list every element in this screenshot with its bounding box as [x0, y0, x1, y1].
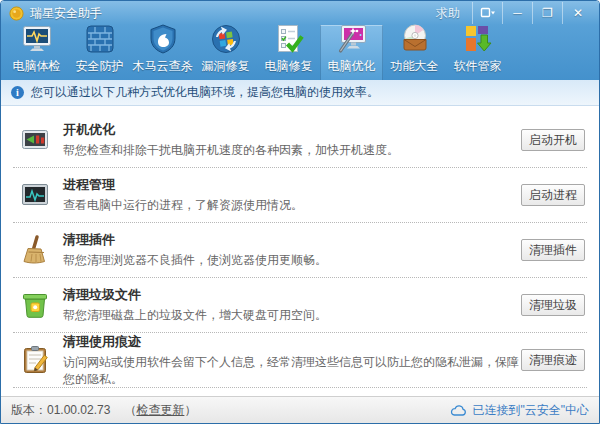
task-row-startup-optimize: 开机优化 帮您检查和排除干扰电脑开机速度的各种因素，加快开机速度。 启动开机: [13, 113, 587, 168]
computer-optimize-icon: [336, 23, 368, 55]
task-row-clean-junk-files: 清理垃圾文件 帮您清理磁盘上的垃圾文件，增大硬盘可用空间。 清理垃圾: [13, 278, 587, 333]
task-desc: 帮您清理磁盘上的垃圾文件，增大硬盘可用空间。: [63, 307, 327, 324]
task-desc: 帮您清理浏览器不良插件，使浏览器使用更顺畅。: [63, 252, 327, 269]
app-logo-icon: [9, 6, 24, 21]
clean-junk-button[interactable]: 清理垃圾: [521, 294, 585, 316]
close-button[interactable]: ✕: [563, 2, 593, 24]
info-text: 您可以通过以下几种方式优化电脑环境，提高您电脑的使用效率。: [31, 84, 379, 101]
maximize-button[interactable]: ❐: [533, 2, 563, 24]
tab-label: 电脑修复: [265, 58, 313, 75]
window-controls: ─ ❐ ✕: [472, 2, 593, 24]
task-row-process-manager: 进程管理 查看电脑中运行的进程，了解资源使用情况。 启动进程: [13, 168, 587, 223]
trash-bin-icon: [20, 290, 50, 320]
tab-label: 软件管家: [454, 58, 502, 75]
version-label: 版本：01.00.02.73: [11, 402, 110, 419]
startup-optimize-icon: [20, 125, 50, 155]
minimize-button[interactable]: ─: [503, 2, 533, 24]
skin-menu-icon: [480, 7, 496, 19]
task-desc: 帮您检查和排除干扰电脑开机速度的各种因素，加快开机速度。: [63, 142, 399, 159]
window-title: 瑞星安全助手: [30, 5, 102, 22]
process-manager-icon: [20, 180, 50, 210]
tab-computer-optimize[interactable]: 电脑优化: [320, 25, 383, 80]
clean-traces-button[interactable]: 清理痕迹: [521, 349, 585, 371]
tab-label: 木马云查杀: [133, 58, 193, 75]
computer-checkup-icon: [21, 23, 53, 55]
app-window: 瑞星安全助手 求助 ─ ❐ ✕ 电脑体检 安全防护: [0, 0, 600, 424]
task-row-clean-plugins: 清理插件 帮您清理浏览器不良插件，使浏览器使用更顺畅。 清理插件: [13, 223, 587, 278]
tab-label: 电脑体检: [13, 58, 61, 75]
start-startup-optimize-button[interactable]: 启动开机: [521, 129, 585, 151]
status-bar: 版本：01.00.02.73 （ 检查更新 ） 已连接到"云安全"中心: [1, 396, 599, 423]
tab-label: 功能大全: [391, 58, 439, 75]
tab-computer-repair[interactable]: 电脑修复: [257, 25, 320, 80]
task-title: 清理插件: [63, 231, 327, 249]
computer-repair-icon: [273, 23, 305, 55]
info-icon: i: [11, 86, 24, 99]
tab-all-tools[interactable]: 功能大全: [383, 25, 446, 80]
trojan-cloud-scan-icon: [147, 23, 179, 55]
task-title: 清理使用痕迹: [63, 333, 521, 351]
titlebar: 瑞星安全助手 求助 ─ ❐ ✕: [1, 1, 599, 25]
vulnerability-fix-icon: [210, 23, 242, 55]
task-title: 进程管理: [63, 176, 303, 194]
cloud-status[interactable]: 已连接到"云安全"中心: [450, 402, 589, 419]
clipboard-pencil-icon: [20, 345, 50, 375]
start-process-manager-button[interactable]: 启动进程: [521, 184, 585, 206]
broom-icon: [20, 235, 50, 265]
check-update-link[interactable]: 检查更新: [136, 402, 184, 419]
tab-label: 电脑优化: [328, 58, 376, 75]
task-title: 清理垃圾文件: [63, 286, 327, 304]
help-link[interactable]: 求助: [436, 5, 460, 22]
task-desc: 查看电脑中运行的进程，了解资源使用情况。: [63, 197, 303, 214]
tab-label: 漏洞修复: [202, 58, 250, 75]
cloud-status-text: 已连接到"云安全"中心: [472, 402, 589, 419]
info-bar: i 您可以通过以下几种方式优化电脑环境，提高您电脑的使用效率。: [1, 80, 599, 106]
update-paren-close: ）: [184, 402, 196, 419]
clean-plugins-button[interactable]: 清理插件: [521, 239, 585, 261]
tab-computer-checkup[interactable]: 电脑体检: [5, 25, 68, 80]
software-manager-icon: [462, 23, 494, 55]
tab-label: 安全防护: [76, 58, 124, 75]
task-desc: 访问网站或使用软件会留下个人信息，经常清理这些信息可以防止您的隐私泄漏，保障您的…: [63, 354, 521, 388]
main-toolbar: 电脑体检 安全防护 木马云查杀 漏洞修复 电脑修复: [1, 25, 599, 80]
tab-vulnerability-fix[interactable]: 漏洞修复: [194, 25, 257, 80]
tab-software-manager[interactable]: 软件管家: [446, 25, 509, 80]
firewall-icon: [84, 23, 116, 55]
task-title: 开机优化: [63, 121, 399, 139]
tab-security-protection[interactable]: 安全防护: [68, 25, 131, 80]
update-paren-open: （: [124, 402, 136, 419]
all-tools-icon: [399, 23, 431, 55]
cloud-icon: [450, 404, 467, 417]
task-list: 开机优化 帮您检查和排除干扰电脑开机速度的各种因素，加快开机速度。 启动开机 进…: [1, 106, 599, 396]
skin-menu-button[interactable]: [473, 2, 503, 24]
task-row-clean-traces: 清理使用痕迹 访问网站或使用软件会留下个人信息，经常清理这些信息可以防止您的隐私…: [13, 333, 587, 388]
tab-trojan-cloud-scan[interactable]: 木马云查杀: [131, 25, 194, 80]
